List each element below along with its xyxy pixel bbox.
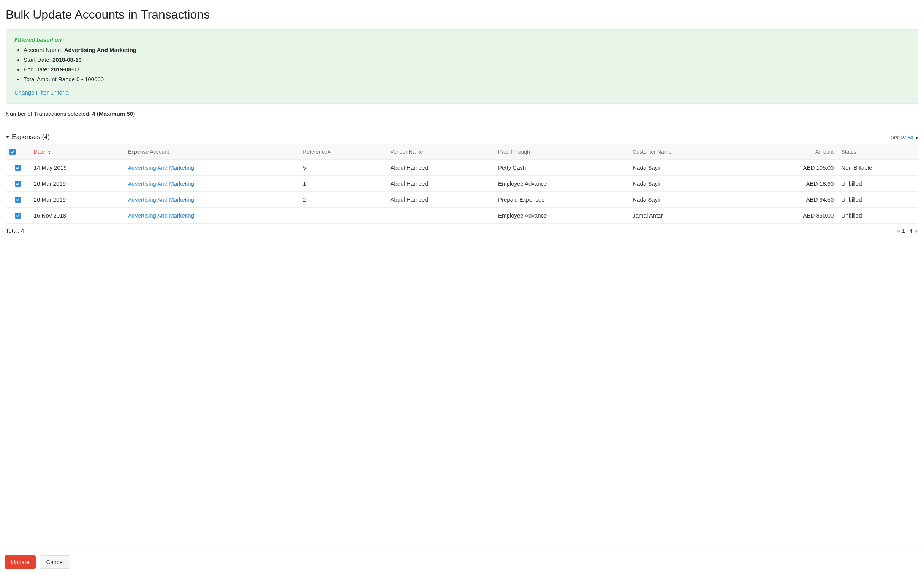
cell-expense-account-link[interactable]: Advertising And Marketing [128, 180, 194, 187]
selection-count: Number of Transactions selected: 4 (Maxi… [6, 110, 918, 117]
filter-item: Total Amount Range 0 - 100000 [24, 74, 910, 84]
cell-amount: AED 890.00 [750, 208, 837, 224]
column-header-reference[interactable]: Reference# [299, 144, 386, 160]
change-filter-label: Change Filter Criteria [14, 89, 69, 96]
cell-customer-name: Nada Sayir [629, 160, 750, 176]
status-filter-dropdown[interactable]: All [908, 134, 918, 140]
column-header-paid-through[interactable]: Paid Through [494, 144, 629, 160]
total-count: Total: 4 [6, 227, 24, 234]
selection-label: Number of Transactions selected: [6, 110, 92, 117]
transactions-table: Date Expense Account Reference# Vendor N… [6, 144, 918, 224]
table-row: 26 Mar 2019Advertising And Marketing1Abd… [6, 176, 918, 192]
filter-summary-panel: Filtered based on Account Name: Advertis… [6, 29, 918, 104]
check-icon [16, 198, 20, 202]
cell-paid-through: Petty Cash [494, 160, 629, 176]
pager: ◀ 1 - 4 ▶ [896, 228, 918, 234]
check-icon [16, 166, 20, 170]
page-title: Bulk Update Accounts in Transactions [6, 8, 918, 22]
row-checkbox[interactable] [15, 213, 21, 219]
section-title-label: Expenses (4) [12, 133, 50, 141]
cell-customer-name: Jamal Antar [629, 208, 750, 224]
filter-item-label: Total Amount Range 0 - 100000 [24, 76, 104, 82]
pager-prev[interactable]: ◀ [896, 228, 900, 233]
cell-vendor-name: Abdul Hameed [387, 160, 494, 176]
table-row: 26 Mar 2019Advertising And Marketing2Abd… [6, 192, 918, 208]
cell-reference: 5 [299, 160, 386, 176]
cell-expense-account-link[interactable]: Advertising And Marketing [128, 196, 194, 203]
filter-item-value: 2019-08-07 [51, 66, 80, 73]
status-filter-label: Status: [891, 134, 906, 140]
status-filter-value: All [908, 134, 913, 140]
filter-item: End Date: 2019-08-07 [24, 65, 910, 74]
cell-vendor-name [387, 208, 494, 224]
cell-reference [299, 208, 386, 224]
change-filter-link[interactable]: Change Filter Criteria → [14, 89, 76, 96]
selection-value: 4 (Maximum 50) [92, 110, 135, 117]
cell-status: Non-Billable [837, 160, 918, 176]
filter-heading: Filtered based on [14, 36, 910, 43]
caret-down-icon [6, 136, 9, 138]
cell-status: Unbilled [837, 176, 918, 192]
cell-paid-through: Employee Advance [494, 208, 629, 224]
cell-status: Unbilled [837, 208, 918, 224]
cell-date: 14 May 2019 [30, 160, 124, 176]
cell-amount: AED 105.00 [750, 160, 837, 176]
sort-icon [48, 151, 51, 154]
cell-date: 26 Mar 2019 [30, 176, 124, 192]
status-filter: Status: All [891, 134, 918, 140]
filter-item-label: Start Date: [24, 57, 52, 63]
cell-paid-through: Prepaid Expenses [494, 192, 629, 208]
divider [6, 124, 918, 124]
cell-expense-account-link[interactable]: Advertising And Marketing [128, 164, 194, 171]
cell-date: 26 Mar 2019 [30, 192, 124, 208]
cell-customer-name: Nada Sayir [629, 192, 750, 208]
section-toggle-expenses[interactable]: Expenses (4) [6, 133, 50, 141]
cell-status: Unbilled [837, 192, 918, 208]
table-row: 16 Nov 2018Advertising And MarketingEmpl… [6, 208, 918, 224]
filter-item: Account Name: Advertising And Marketing [24, 45, 910, 55]
filter-item-label: End Date: [24, 66, 51, 73]
divider [6, 249, 918, 249]
row-checkbox[interactable] [15, 197, 21, 203]
check-icon [11, 150, 14, 154]
cell-paid-through: Employee Advance [494, 176, 629, 192]
cell-customer-name: Nada Sayir [629, 176, 750, 192]
cell-vendor-name: Abdul Hameed [387, 192, 494, 208]
table-row: 14 May 2019Advertising And Marketing5Abd… [6, 160, 918, 176]
row-checkbox[interactable] [15, 181, 21, 187]
column-header-status[interactable]: Status [837, 144, 918, 160]
caret-down-icon [915, 137, 918, 139]
column-header-customer-name[interactable]: Customer Name [629, 144, 750, 160]
cell-expense-account-link[interactable]: Advertising And Marketing [128, 212, 194, 219]
arrow-right-icon: → [70, 89, 76, 96]
filter-item: Start Date: 2018-08-16 [24, 55, 910, 65]
cell-reference: 1 [299, 176, 386, 192]
cell-amount: AED 94.50 [750, 192, 837, 208]
filter-item-value: Advertising And Marketing [64, 47, 136, 53]
check-icon [16, 182, 20, 186]
pager-range: 1 - 4 [902, 228, 913, 234]
cell-date: 16 Nov 2018 [30, 208, 124, 224]
cell-reference: 2 [299, 192, 386, 208]
filter-item-label: Account Name: [24, 47, 64, 53]
filter-list: Account Name: Advertising And Marketing … [14, 45, 910, 84]
filter-item-value: 2018-08-16 [52, 57, 82, 63]
pager-next[interactable]: ▶ [915, 228, 918, 233]
check-icon [16, 214, 20, 218]
row-checkbox[interactable] [15, 165, 21, 171]
cell-amount: AED 18.90 [750, 176, 837, 192]
column-header-amount[interactable]: Amount [750, 144, 837, 160]
column-header-vendor-name[interactable]: Vendor Name [387, 144, 494, 160]
cell-vendor-name: Abdul Hameed [387, 176, 494, 192]
column-header-expense-account[interactable]: Expense Account [124, 144, 299, 160]
column-header-date[interactable]: Date [30, 144, 124, 160]
select-all-checkbox[interactable] [9, 149, 16, 155]
